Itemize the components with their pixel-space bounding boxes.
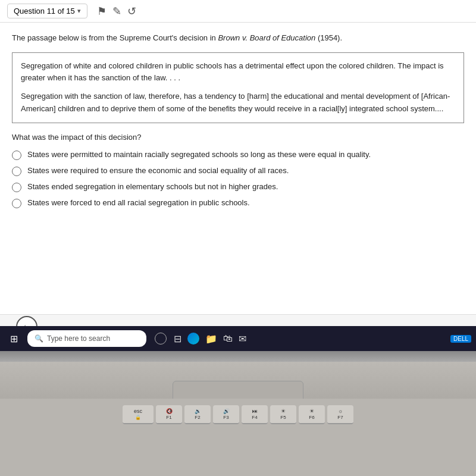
answer-option-2[interactable]: States were required to ensure the econo… — [12, 166, 464, 176]
answer-options: States were permitted to maintain racial… — [12, 150, 464, 208]
answer-option-1-text: States were permitted to maintain racial… — [27, 150, 371, 159]
keyboard-row-1: esc 🔒 🔇 F1 🔉 F2 🔊 F3 ⏭ F4 ☀ F5 — [0, 403, 476, 426]
refresh-icon[interactable]: ↺ — [127, 5, 136, 18]
taskbar: ⊞ 🔍 Type here to search ⊟ 📁 🛍 ✉ DELL — [0, 326, 476, 351]
taskbar-app-icons: ⊟ 📁 🛍 ✉ — [174, 333, 246, 345]
taskbar-search-text: Type here to search — [47, 334, 110, 343]
radio-button-3[interactable] — [12, 183, 21, 192]
cortana-icon[interactable] — [155, 333, 167, 345]
key-f2[interactable]: 🔉 F2 — [184, 405, 211, 424]
answer-option-3-text: States ended segregation in elementary s… — [27, 182, 278, 191]
taskbar-right: DELL — [450, 335, 471, 343]
question-nav-button[interactable]: Question 11 of 15 ▾ — [7, 4, 87, 18]
answer-option-2-text: States were required to ensure the econo… — [27, 166, 289, 175]
key-f3[interactable]: 🔊 F3 — [213, 405, 239, 424]
passage-paragraph-1: Segregation of white and colored childre… — [21, 60, 455, 85]
main-content: The passage below is from the Supreme Co… — [0, 23, 476, 314]
start-button[interactable]: ⊞ — [5, 330, 23, 347]
answer-option-4-text: States were forced to end all racial seg… — [27, 198, 250, 207]
radio-button-2[interactable] — [12, 167, 21, 176]
search-icon: 🔍 — [35, 334, 43, 343]
answer-option-4[interactable]: States were forced to end all racial seg… — [12, 198, 464, 208]
intro-text: The passage below is from the Supreme Co… — [12, 32, 464, 44]
key-f6[interactable]: ☀ F6 — [299, 405, 325, 424]
key-f7[interactable]: ☼ F7 — [327, 405, 353, 424]
dell-badge: DELL — [450, 335, 471, 343]
answer-option-1[interactable]: States were permitted to maintain racial… — [12, 150, 464, 160]
passage-box: Segregation of white and colored childre… — [12, 52, 464, 123]
question-label: Question 11 of 15 — [14, 7, 75, 15]
edge-icon[interactable] — [187, 333, 199, 345]
answer-option-3[interactable]: States ended segregation in elementary s… — [12, 182, 464, 192]
store-icon[interactable]: 🛍 — [223, 333, 233, 344]
radio-button-4[interactable] — [12, 199, 21, 208]
taskbar-search-box[interactable]: 🔍 Type here to search — [27, 330, 146, 347]
key-f4[interactable]: ⏭ F4 — [242, 405, 268, 424]
question-text: What was the impact of this decision? — [12, 133, 464, 142]
pencil-icon[interactable]: ✎ — [112, 5, 121, 18]
laptop-body: esc 🔒 🔇 F1 🔉 F2 🔊 F3 ⏭ F4 ☀ F5 — [0, 351, 476, 476]
header-icons: ⚑ ✎ ↺ — [97, 5, 136, 18]
key-esc[interactable]: esc 🔒 — [123, 405, 154, 424]
screen: Question 11 of 15 ▾ ⚑ ✎ ↺ The passage be… — [0, 0, 476, 351]
chevron-down-icon: ▾ — [77, 7, 81, 15]
question-header: Question 11 of 15 ▾ ⚑ ✎ ↺ — [0, 0, 476, 23]
mail-icon[interactable]: ✉ — [239, 333, 246, 345]
passage-paragraph-2: Segregation with the sanction of law, th… — [21, 90, 455, 115]
key-f1[interactable]: 🔇 F1 — [156, 405, 182, 424]
radio-button-1[interactable] — [12, 151, 21, 160]
folder-icon[interactable]: 📁 — [205, 333, 217, 345]
laptop-hinge — [0, 351, 476, 362]
key-f5[interactable]: ☀ F5 — [270, 405, 296, 424]
keyboard: esc 🔒 🔇 F1 🔉 F2 🔊 F3 ⏭ F4 ☀ F5 — [0, 399, 476, 476]
flag-icon[interactable]: ⚑ — [97, 5, 107, 18]
monitor-icon[interactable]: ⊟ — [174, 333, 181, 345]
